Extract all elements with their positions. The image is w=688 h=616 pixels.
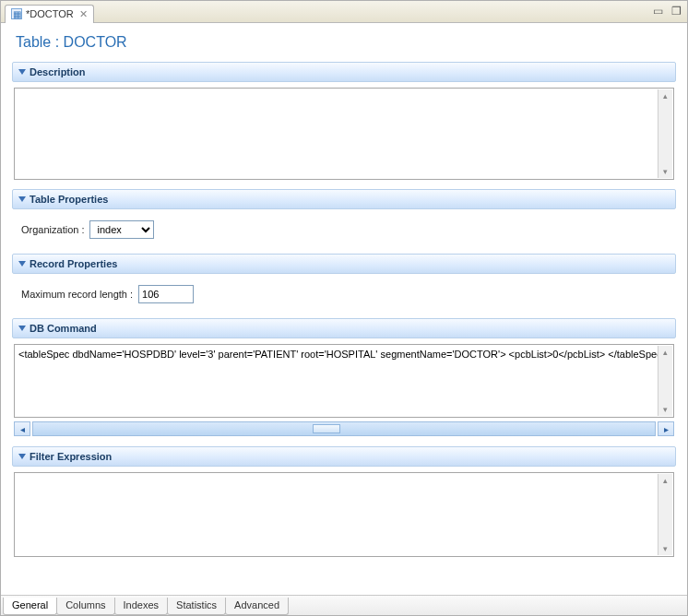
editor-tab-title: *DOCTOR (26, 8, 74, 19)
max-record-length-label: Maximum record length : (21, 289, 133, 300)
tab-columns[interactable]: Columns (56, 598, 114, 615)
section-table-properties: Table Properties Organization : index (12, 189, 676, 246)
description-textarea-wrap: ▴ ▾ (14, 88, 674, 180)
tab-indexes[interactable]: Indexes (114, 598, 169, 615)
twistie-icon[interactable] (18, 196, 26, 202)
section-title-record-properties: Record Properties (30, 258, 117, 269)
section-description: Description ▴ ▾ (12, 62, 676, 182)
twistie-icon[interactable] (18, 454, 26, 459)
vertical-scrollbar[interactable]: ▴ ▾ (658, 89, 672, 178)
scroll-up-icon[interactable]: ▴ (663, 346, 668, 359)
scroll-up-icon[interactable]: ▴ (663, 89, 668, 102)
page-title: Table : DOCTOR (16, 34, 676, 51)
section-header-filter-expression[interactable]: Filter Expression (12, 446, 676, 467)
scroll-right-icon[interactable]: ▸ (658, 421, 674, 436)
editor-tab-bar: ▦ *DOCTOR ✕ ▭ ❐ (1, 1, 687, 23)
section-header-record-properties[interactable]: Record Properties (12, 254, 676, 274)
organization-select[interactable]: index (89, 220, 154, 239)
scroll-down-icon[interactable]: ▾ (663, 542, 668, 555)
organization-label: Organization : (21, 224, 84, 235)
maximize-button[interactable]: ❐ (669, 4, 683, 18)
section-title-description: Description (30, 66, 86, 77)
tab-statistics[interactable]: Statistics (167, 598, 226, 615)
description-textarea[interactable] (15, 89, 673, 179)
section-record-properties: Record Properties Maximum record length … (12, 254, 676, 311)
section-header-description[interactable]: Description (12, 62, 676, 82)
db-command-textarea[interactable]: <tableSpec dbdName='HOSPDBD' level='3' p… (15, 345, 673, 417)
twistie-icon[interactable] (18, 69, 26, 75)
twistie-icon[interactable] (18, 326, 26, 331)
scrollbar-track[interactable] (32, 421, 656, 436)
twistie-icon[interactable] (18, 261, 26, 267)
minimize-button[interactable]: ▭ (650, 4, 665, 18)
horizontal-scrollbar[interactable]: ◂ ▸ (14, 421, 674, 437)
editor-tab-doctor[interactable]: ▦ *DOCTOR ✕ (5, 5, 94, 23)
scroll-down-icon[interactable]: ▾ (663, 165, 668, 178)
close-icon[interactable]: ✕ (79, 8, 88, 20)
editor-frame: ▦ *DOCTOR ✕ ▭ ❐ Table : DOCTOR Descripti… (0, 0, 688, 616)
editor-window-controls: ▭ ❐ (650, 4, 683, 18)
bottom-tab-bar: General Columns Indexes Statistics Advan… (1, 595, 687, 615)
section-title-table-properties: Table Properties (30, 194, 108, 205)
scrollbar-thumb[interactable] (313, 424, 340, 433)
db-command-textarea-wrap: <tableSpec dbdName='HOSPDBD' level='3' p… (14, 344, 674, 418)
section-filter-expression: Filter Expression ▴ ▾ (12, 446, 676, 559)
section-title-filter-expression: Filter Expression (30, 451, 112, 462)
filter-expression-textarea-wrap: ▴ ▾ (14, 472, 674, 557)
table-icon: ▦ (11, 8, 22, 19)
section-db-command: DB Command <tableSpec dbdName='HOSPDBD' … (12, 318, 676, 439)
max-record-length-input[interactable] (138, 285, 194, 303)
vertical-scrollbar[interactable]: ▴ ▾ (658, 474, 672, 555)
max-record-length-row: Maximum record length : (14, 279, 674, 309)
section-title-db-command: DB Command (30, 323, 97, 334)
organization-row: Organization : index (14, 215, 674, 244)
filter-expression-textarea[interactable] (15, 473, 673, 556)
section-header-db-command[interactable]: DB Command (12, 318, 676, 338)
vertical-scrollbar[interactable]: ▴ ▾ (658, 346, 672, 416)
tab-advanced[interactable]: Advanced (225, 598, 289, 615)
tab-general[interactable]: General (3, 598, 57, 615)
scroll-up-icon[interactable]: ▴ (663, 474, 668, 487)
content-area: Table : DOCTOR Description ▴ ▾ (1, 23, 687, 595)
scroll-down-icon[interactable]: ▾ (663, 403, 668, 416)
scroll-left-icon[interactable]: ◂ (14, 421, 30, 436)
section-header-table-properties[interactable]: Table Properties (12, 189, 676, 209)
